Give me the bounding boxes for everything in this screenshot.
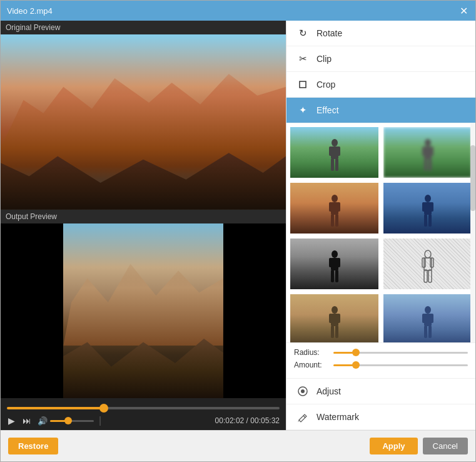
time-current: 00:02:02 <box>215 416 245 425</box>
thumb-normal-bg <box>290 127 378 178</box>
svg-point-50 <box>301 389 305 393</box>
amount-label: Amount: <box>294 361 328 369</box>
rotate-icon: ↻ <box>296 27 309 39</box>
svg-rect-30 <box>335 270 338 282</box>
person-silhouette-bw <box>326 250 343 286</box>
volume-divider: | <box>99 415 101 426</box>
original-preview-area: aiseesoft <box>1 34 286 210</box>
bottom-bar: Restore Apply Cancel <box>1 430 475 461</box>
svg-rect-36 <box>428 270 432 282</box>
radius-row: Radius: <box>294 348 468 357</box>
seek-bar-container <box>7 402 280 411</box>
svg-rect-46 <box>430 314 433 323</box>
effects-wrapper <box>286 123 475 342</box>
menu-item-rotate[interactable]: ↻ Rotate <box>286 21 475 46</box>
svg-rect-0 <box>300 81 306 88</box>
output-preview-label: Output Preview <box>1 210 286 223</box>
svg-rect-21 <box>422 202 425 212</box>
radius-slider[interactable] <box>333 352 468 354</box>
thumb-warm-bg <box>290 183 378 234</box>
output-preview-area <box>1 223 286 399</box>
effect-sketch[interactable] <box>382 237 473 290</box>
app-window: Video 2.mp4 ✕ Original Preview aiseesoft… <box>0 0 476 462</box>
svg-rect-24 <box>428 214 432 227</box>
svg-rect-22 <box>430 202 433 212</box>
volume-icon: 🔊 <box>38 416 48 426</box>
sliders-section: Radius: Amount: <box>286 342 475 378</box>
person-silhouette-blue <box>419 194 437 230</box>
next-frame-button[interactable]: ⏭ <box>21 416 33 426</box>
apply-button[interactable]: Apply <box>370 438 417 454</box>
menu-label-rotate: Rotate <box>316 28 342 38</box>
effect-blur[interactable] <box>382 126 473 179</box>
svg-point-1 <box>332 139 338 146</box>
volume-slider[interactable] <box>50 420 94 422</box>
main-content: Original Preview aiseesoft Output Previe… <box>1 21 475 430</box>
menu-label-watermark: Watermark <box>316 412 359 422</box>
crop-icon <box>296 78 309 91</box>
svg-rect-27 <box>329 258 332 267</box>
bottom-right-buttons: Apply Cancel <box>370 438 468 454</box>
title-bar: Video 2.mp4 ✕ <box>1 1 475 21</box>
effects-scrollbar-thumb[interactable] <box>470 145 475 211</box>
svg-point-31 <box>425 250 431 258</box>
left-panel: Original Preview aiseesoft Output Previe… <box>1 21 286 430</box>
volume-container: 🔊 <box>38 416 94 426</box>
menu-label-adjust: Adjust <box>316 386 341 396</box>
effect-warm[interactable] <box>289 182 380 235</box>
bottom-menu: Adjust Watermark <box>286 378 475 430</box>
thumb-blue-bg <box>383 183 472 234</box>
output-black-left <box>1 223 63 399</box>
time-display: 00:02:02 / 00:05:32 <box>215 416 280 425</box>
effect-sepia[interactable] <box>289 293 380 342</box>
close-button[interactable]: ✕ <box>458 5 469 16</box>
output-black-right <box>223 223 286 399</box>
adjust-icon <box>296 385 309 398</box>
original-preview-label: Original Preview <box>1 21 286 34</box>
effect-blue[interactable] <box>382 182 473 235</box>
restore-button[interactable]: Restore <box>8 438 58 454</box>
menu-list: ↻ Rotate ✂ Clip Crop ✦ <box>286 21 475 123</box>
cancel-button[interactable]: Cancel <box>423 438 468 454</box>
svg-point-43 <box>425 306 431 314</box>
thumb-cool-bg <box>383 294 472 342</box>
thumb-blur-bg <box>383 127 472 178</box>
controls-bar: ▶ ⏭ 🔊 | 00:02:02 / 00:05:32 <box>1 398 286 430</box>
effect-normal[interactable] <box>289 126 380 179</box>
original-video-frame: aiseesoft <box>1 34 286 210</box>
menu-label-effect: Effect <box>316 105 339 115</box>
svg-point-37 <box>332 306 338 314</box>
menu-item-crop[interactable]: Crop <box>286 72 475 98</box>
seek-bar[interactable] <box>7 407 280 409</box>
svg-rect-28 <box>337 258 340 267</box>
play-button[interactable]: ▶ <box>7 416 16 426</box>
amount-slider[interactable] <box>333 364 468 366</box>
effect-bw[interactable] <box>289 237 380 290</box>
svg-rect-48 <box>428 326 432 338</box>
menu-item-adjust[interactable]: Adjust <box>286 379 475 404</box>
watermark-text: aiseesoft <box>255 198 280 205</box>
svg-rect-6 <box>335 158 338 171</box>
effects-grid <box>286 123 475 342</box>
window-title: Video 2.mp4 <box>7 6 53 16</box>
thumb-sepia-bg <box>290 294 378 342</box>
person-silhouette-blur <box>419 138 437 175</box>
menu-item-watermark[interactable]: Watermark <box>286 404 475 430</box>
person-silhouette-warm <box>326 194 343 230</box>
radius-label: Radius: <box>294 348 328 357</box>
output-center-frame <box>63 223 223 399</box>
controls-row: ▶ ⏭ 🔊 | 00:02:02 / 00:05:32 <box>7 415 280 426</box>
svg-rect-42 <box>335 326 338 338</box>
effect-cool[interactable] <box>382 293 473 342</box>
svg-rect-47 <box>424 326 427 338</box>
output-video-frame <box>1 223 286 399</box>
right-panel: ↻ Rotate ✂ Clip Crop ✦ <box>286 21 475 430</box>
svg-rect-18 <box>335 214 338 227</box>
svg-rect-9 <box>422 146 425 156</box>
menu-item-clip[interactable]: ✂ Clip <box>286 46 475 72</box>
watermark-icon <box>296 411 309 423</box>
menu-item-effect[interactable]: ✦ Effect <box>286 98 475 123</box>
time-total: 00:05:32 <box>250 416 280 425</box>
effect-icon: ✦ <box>296 104 309 116</box>
svg-rect-23 <box>424 214 427 227</box>
